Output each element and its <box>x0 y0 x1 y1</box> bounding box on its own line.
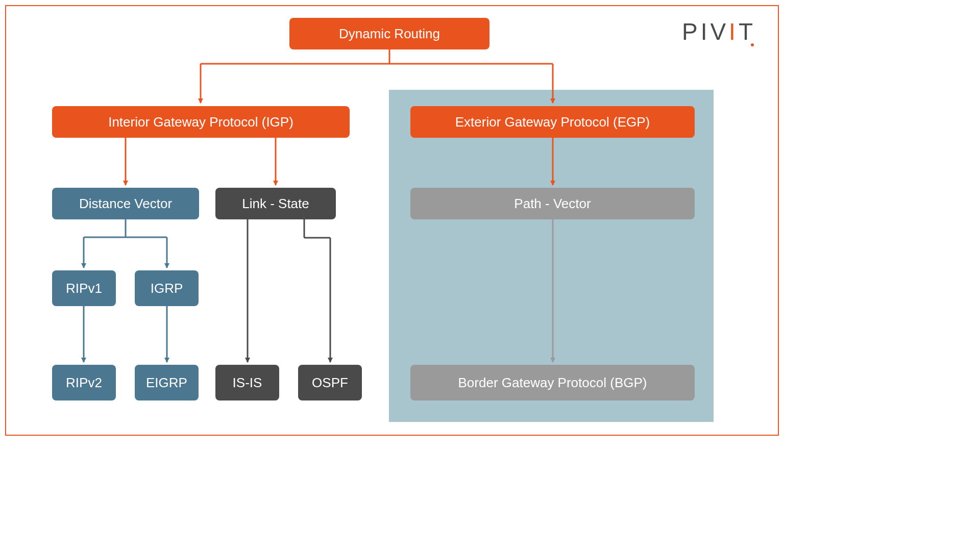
node-path-vector: Path - Vector <box>410 188 695 219</box>
node-igrp: IGRP <box>135 270 199 306</box>
node-eigrp: EIGRP <box>135 365 199 400</box>
node-label: Exterior Gateway Protocol (EGP) <box>455 114 650 130</box>
node-dynamic-routing: Dynamic Routing <box>289 18 489 49</box>
node-ospf: OSPF <box>298 365 362 400</box>
node-label: RIPv2 <box>66 375 102 391</box>
node-label: Distance Vector <box>79 196 172 212</box>
node-label: OSPF <box>312 375 348 391</box>
brand-logo: PIVIT <box>682 18 756 45</box>
node-ripv1: RIPv1 <box>52 270 116 306</box>
node-egp: Exterior Gateway Protocol (EGP) <box>410 106 695 138</box>
node-label: Link - State <box>242 196 309 212</box>
node-ripv2: RIPv2 <box>52 365 116 400</box>
node-label: Interior Gateway Protocol (IGP) <box>108 114 293 130</box>
node-bgp: Border Gateway Protocol (BGP) <box>410 365 695 400</box>
node-link-state: Link - State <box>215 188 336 219</box>
node-igp: Interior Gateway Protocol (IGP) <box>52 106 350 138</box>
node-label: IGRP <box>151 281 183 296</box>
node-label: RIPv1 <box>66 281 102 296</box>
node-distance-vector: Distance Vector <box>52 188 199 219</box>
node-label: Path - Vector <box>514 196 591 212</box>
node-label: EIGRP <box>146 375 187 391</box>
node-isis: IS-IS <box>215 365 279 400</box>
node-label: IS-IS <box>233 375 262 391</box>
node-label: Border Gateway Protocol (BGP) <box>458 375 647 391</box>
node-label: Dynamic Routing <box>339 26 440 42</box>
